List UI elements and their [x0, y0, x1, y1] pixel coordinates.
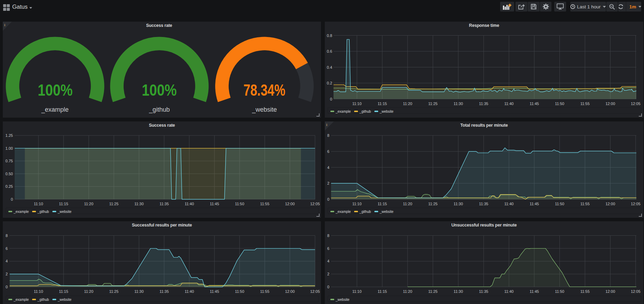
- svg-text:2: 2: [327, 272, 329, 276]
- svg-text:11:25: 11:25: [428, 289, 438, 294]
- svg-text:11:40: 11:40: [185, 289, 194, 294]
- svg-text:0: 0: [327, 285, 329, 289]
- svg-text:11:35: 11:35: [160, 202, 169, 206]
- svg-text:11:55: 11:55: [580, 102, 590, 106]
- svg-text:11:15: 11:15: [378, 289, 387, 294]
- svg-text:11:50: 11:50: [555, 202, 564, 206]
- svg-text:11:50: 11:50: [555, 289, 564, 294]
- svg-text:0.4: 0.4: [327, 65, 332, 69]
- svg-text:11:15: 11:15: [378, 202, 387, 206]
- svg-text:11:30: 11:30: [454, 102, 463, 106]
- svg-text:12:05: 12:05: [631, 289, 641, 294]
- svg-text:11:10: 11:10: [34, 289, 43, 294]
- svg-text:8: 8: [6, 233, 8, 238]
- svg-text:11:50: 11:50: [555, 102, 564, 106]
- svg-text:0: 0: [327, 197, 329, 201]
- svg-text:11:55: 11:55: [580, 202, 590, 206]
- svg-text:11:35: 11:35: [160, 289, 169, 294]
- svg-text:11:20: 11:20: [84, 202, 94, 206]
- svg-text:0.2: 0.2: [327, 81, 332, 85]
- svg-text:11:30: 11:30: [454, 289, 463, 294]
- svg-text:11:10: 11:10: [34, 202, 43, 206]
- svg-text:0.75: 0.75: [6, 159, 13, 163]
- svg-text:11:50: 11:50: [235, 202, 244, 206]
- svg-text:0: 0: [11, 197, 13, 201]
- svg-text:11:30: 11:30: [134, 289, 144, 294]
- svg-text:i: i: [326, 123, 327, 127]
- svg-text:11:30: 11:30: [134, 202, 144, 206]
- svg-text:8: 8: [327, 233, 329, 238]
- svg-text:11:40: 11:40: [504, 102, 514, 106]
- svg-text:11:45: 11:45: [529, 289, 539, 294]
- svg-text:11:55: 11:55: [260, 202, 270, 206]
- svg-text:8: 8: [327, 133, 329, 138]
- svg-text:12:00: 12:00: [606, 202, 615, 206]
- svg-text:6: 6: [327, 149, 329, 154]
- svg-text:0.6: 0.6: [327, 49, 332, 53]
- svg-text:11:40: 11:40: [185, 202, 194, 206]
- svg-text:11:20: 11:20: [403, 102, 412, 106]
- svg-text:11:10: 11:10: [352, 102, 362, 106]
- svg-text:11:15: 11:15: [378, 102, 387, 106]
- svg-text:12:05: 12:05: [310, 289, 320, 294]
- svg-text:11:40: 11:40: [504, 202, 514, 206]
- svg-text:1.25: 1.25: [6, 133, 13, 138]
- svg-text:11:25: 11:25: [109, 289, 119, 294]
- svg-text:4: 4: [327, 259, 329, 263]
- svg-text:11:35: 11:35: [479, 102, 488, 106]
- svg-text:12:05: 12:05: [631, 102, 641, 106]
- svg-text:12:00: 12:00: [606, 102, 615, 106]
- svg-text:12:00: 12:00: [606, 289, 615, 294]
- svg-text:12:05: 12:05: [631, 202, 641, 206]
- svg-text:11:25: 11:25: [428, 102, 438, 106]
- svg-text:11:20: 11:20: [403, 202, 412, 206]
- svg-text:11:20: 11:20: [84, 289, 94, 294]
- svg-text:11:40: 11:40: [504, 289, 514, 294]
- svg-text:11:15: 11:15: [59, 289, 68, 294]
- svg-text:12:00: 12:00: [285, 202, 295, 206]
- svg-text:6: 6: [327, 246, 329, 251]
- svg-text:0: 0: [330, 97, 332, 101]
- svg-text:11:30: 11:30: [454, 202, 463, 206]
- svg-text:11:45: 11:45: [210, 202, 219, 206]
- svg-text:11:25: 11:25: [109, 202, 119, 206]
- svg-text:i: i: [4, 23, 5, 27]
- svg-text:0: 0: [6, 285, 8, 289]
- svg-text:0.25: 0.25: [6, 184, 13, 188]
- svg-text:6: 6: [6, 246, 8, 251]
- svg-text:11:35: 11:35: [479, 289, 488, 294]
- svg-text:4: 4: [327, 165, 329, 170]
- svg-text:11:10: 11:10: [352, 289, 362, 294]
- svg-text:0.8: 0.8: [327, 34, 332, 38]
- svg-text:11:45: 11:45: [210, 289, 219, 294]
- svg-text:11:50: 11:50: [235, 289, 244, 294]
- svg-text:11:55: 11:55: [580, 289, 590, 294]
- svg-text:11:25: 11:25: [428, 202, 438, 206]
- svg-text:11:55: 11:55: [260, 289, 270, 294]
- svg-text:11:10: 11:10: [352, 202, 362, 206]
- svg-text:11:35: 11:35: [479, 202, 488, 206]
- svg-text:2: 2: [6, 272, 8, 276]
- svg-text:12:00: 12:00: [285, 289, 295, 294]
- svg-text:11:20: 11:20: [403, 289, 412, 294]
- svg-text:4: 4: [6, 259, 8, 263]
- svg-text:11:45: 11:45: [529, 202, 539, 206]
- svg-text:12:05: 12:05: [310, 202, 320, 206]
- svg-text:11:45: 11:45: [529, 102, 539, 106]
- svg-text:2: 2: [327, 181, 329, 185]
- svg-text:0.50: 0.50: [6, 172, 13, 176]
- svg-text:1.00: 1.00: [6, 146, 13, 150]
- svg-text:11:15: 11:15: [59, 202, 68, 206]
